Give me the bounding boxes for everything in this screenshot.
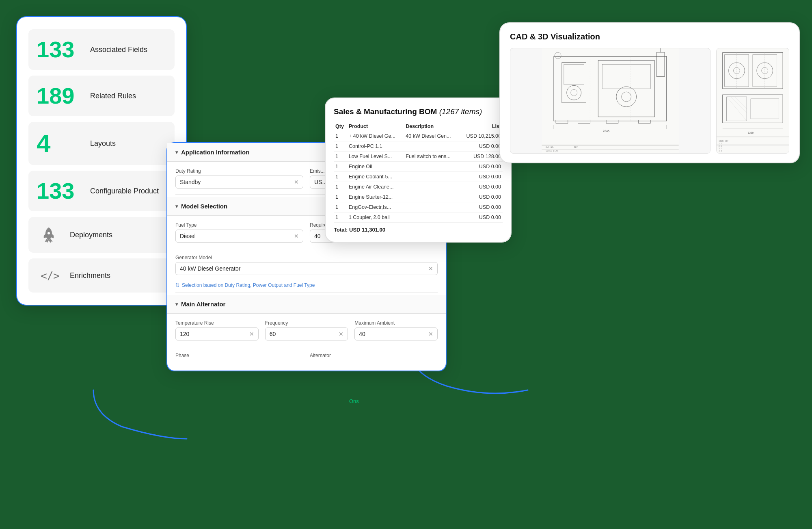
- associated-fields-label: Associated Fields: [90, 46, 147, 54]
- fuel-type-input[interactable]: Diesel ✕: [175, 230, 303, 243]
- deployments-row[interactable]: Deployments: [28, 217, 175, 253]
- temp-rise-clear[interactable]: ✕: [249, 331, 254, 337]
- frequency-clear[interactable]: ✕: [339, 331, 343, 337]
- hint-icon: ⇅: [175, 282, 179, 288]
- phase-field: Phase: [175, 353, 303, 358]
- related-rules-row[interactable]: 189 Related Rules: [28, 76, 175, 116]
- bom-cell-qty: 1: [334, 141, 347, 152]
- svg-text:REV: REV: [574, 146, 578, 148]
- deployments-label: Deployments: [70, 231, 112, 239]
- bom-col-qty: Qty: [334, 122, 347, 131]
- bom-row: 1 + 40 kW Diesel Ge... 40 kW Diesel Gen.…: [334, 131, 503, 141]
- bom-card: Sales & Manufacturing BOM (1267 items) Q…: [325, 98, 512, 243]
- layouts-number: 4: [37, 131, 81, 156]
- bom-cell-list: USD 0.00: [459, 202, 503, 212]
- svg-text:DWG NO.: DWG NO.: [546, 146, 554, 148]
- alternator-label: Alternator: [310, 353, 438, 358]
- bom-cell-list: USD 0.00: [459, 162, 503, 172]
- bom-table: Qty Product Description List 1 + 40 kW D…: [334, 122, 503, 223]
- temp-freq-ambient-row: Temperature Rise 120 ✕ Frequency 60 ✕ Ma…: [167, 314, 446, 346]
- bom-total: Total: USD 11,301.00: [334, 227, 503, 233]
- enrichments-label: Enrichments: [70, 271, 110, 280]
- associated-fields-row[interactable]: 133 Associated Fields: [28, 29, 175, 70]
- fuel-type-value: Diesel: [180, 233, 196, 239]
- bom-row: 1 Engine Starter-12... USD 0.00: [334, 192, 503, 202]
- svg-rect-2: [542, 48, 678, 153]
- bom-cell-qty: 1: [334, 192, 347, 202]
- svg-text:2    2: 2 2: [719, 145, 722, 147]
- bom-cell-product: Low Fuel Level S...: [347, 152, 404, 162]
- bom-cell-qty: 1: [334, 172, 347, 182]
- generator-model-clear[interactable]: ✕: [428, 265, 433, 272]
- duty-rating-input[interactable]: Standby ✕: [175, 176, 303, 189]
- configurable-product-row[interactable]: 133 Configurable Product: [28, 171, 175, 211]
- max-ambient-field: Maximum Ambient 40 ✕: [354, 320, 438, 340]
- generator-model-value: 40 kW Diesel Generator: [180, 265, 240, 272]
- svg-text:SCALE 1:20: SCALE 1:20: [546, 150, 558, 152]
- frequency-input[interactable]: 60 ✕: [265, 327, 348, 340]
- cad-images: GE 2845 DWG NO. REV SCALE 1:20: [510, 48, 789, 154]
- bom-cell-list: USD 0.00: [459, 172, 503, 182]
- bom-cell-product: Engine Oil: [347, 162, 404, 172]
- fuel-type-clear[interactable]: ✕: [294, 233, 299, 239]
- bom-cell-list: USD 0.00: [459, 212, 503, 223]
- cad-drawing-1: GE 2845 DWG NO. REV SCALE 1:20: [510, 48, 710, 154]
- cad-card: CAD & 3D Visualization: [499, 22, 800, 163]
- generator-model-input[interactable]: 40 kW Diesel Generator ✕: [175, 262, 438, 275]
- selection-hint: ⇅ Selection based on Duty Rating, Power …: [167, 281, 446, 292]
- configurable-product-number: 133: [37, 180, 81, 202]
- bom-cell-qty: 1: [334, 162, 347, 172]
- temp-rise-label: Temperature Rise: [175, 320, 259, 326]
- svg-text:ITEM QTY: ITEM QTY: [719, 140, 728, 142]
- max-ambient-input[interactable]: 40 ✕: [354, 327, 438, 340]
- generator-model-field: Generator Model 40 kW Diesel Generator ✕: [175, 255, 438, 275]
- bom-col-product: Product: [347, 122, 404, 131]
- bom-cell-product: + 40 kW Diesel Ge...: [347, 131, 404, 141]
- chevron-icon: ▾: [175, 150, 178, 155]
- bom-cell-product: Engine Air Cleane...: [347, 182, 404, 192]
- frequency-value: 60: [270, 331, 276, 337]
- temp-rise-field: Temperature Rise 120 ✕: [175, 320, 259, 340]
- svg-text:2845: 2845: [603, 130, 610, 133]
- duty-rating-clear[interactable]: ✕: [294, 179, 299, 185]
- rocket-icon: [37, 226, 61, 244]
- max-ambient-label: Maximum Ambient: [354, 320, 438, 326]
- bom-row: 1 EngGov-Electr,Is... USD 0.00: [334, 202, 503, 212]
- fuel-type-label: Fuel Type: [175, 222, 303, 228]
- layouts-row[interactable]: 4 Layouts: [28, 122, 175, 165]
- bom-cell-list: USD 0.00: [459, 182, 503, 192]
- temp-rise-input[interactable]: 120 ✕: [175, 327, 259, 340]
- bom-cell-product: Engine Coolant-5...: [347, 172, 404, 182]
- duty-rating-value: Standby: [180, 179, 201, 185]
- svg-point-0: [48, 232, 50, 234]
- application-info-label: Application Information: [181, 149, 249, 156]
- svg-text:GE: GE: [557, 55, 560, 58]
- max-ambient-clear[interactable]: ✕: [428, 331, 433, 337]
- power-output-value: 40: [314, 233, 321, 239]
- bom-row: 1 Low Fuel Level S... Fuel switch to ens…: [334, 152, 503, 162]
- bom-cell-description: [404, 202, 459, 212]
- bom-cell-description: 40 kW Diesel Gen...: [404, 131, 459, 141]
- main-alternator-section[interactable]: ▾ Main Alternator: [167, 295, 446, 314]
- bom-row: 1 Engine Coolant-5... USD 0.00: [334, 172, 503, 182]
- enrichments-row[interactable]: </> Enrichments: [28, 258, 175, 293]
- bom-cell-qty: 1: [334, 202, 347, 212]
- chevron-icon-2: ▾: [175, 204, 178, 209]
- bom-cell-list: USD 0.00: [459, 192, 503, 202]
- configurable-product-label: Configurable Product: [90, 187, 159, 195]
- bom-col-description: Description: [404, 122, 459, 131]
- bom-cell-product: Engine Starter-12...: [347, 192, 404, 202]
- code-icon: </>: [37, 267, 61, 284]
- svg-text:4    4: 4 4: [719, 150, 722, 152]
- bom-cell-description: [404, 192, 459, 202]
- max-ambient-value: 40: [359, 331, 365, 337]
- bom-cell-qty: 1: [334, 212, 347, 223]
- layouts-label: Layouts: [90, 139, 116, 148]
- temp-rise-value: 120: [180, 331, 189, 337]
- svg-text:1    1: 1 1: [719, 143, 722, 145]
- alternator-field: Alternator: [310, 353, 438, 358]
- bom-cell-description: [404, 162, 459, 172]
- bom-cell-description: Fuel switch to ens...: [404, 152, 459, 162]
- bom-cell-description: [404, 212, 459, 223]
- bom-cell-list: USD 0.00: [459, 141, 503, 152]
